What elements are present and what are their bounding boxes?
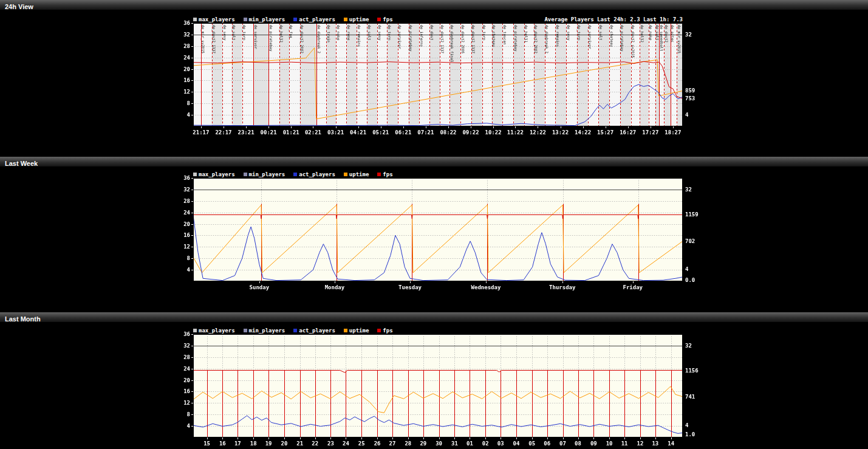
- chart-last-month: [170, 329, 705, 449]
- section-title-24h-view: 24h View: [0, 3, 33, 10]
- section-header-last-week: Last Week: [0, 157, 868, 167]
- section-title-last-week: Last Week: [0, 160, 38, 167]
- section-header-last-month: Last Month: [0, 312, 868, 323]
- server-stats-dashboard: { "sections":[{"title":"24h View"},{"tit…: [0, 0, 868, 449]
- chart-24h-view: [170, 18, 705, 140]
- section-title-last-month: Last Month: [0, 315, 41, 323]
- section-header-24h-view: 24h View: [0, 0, 868, 10]
- chart-last-week: [170, 173, 705, 295]
